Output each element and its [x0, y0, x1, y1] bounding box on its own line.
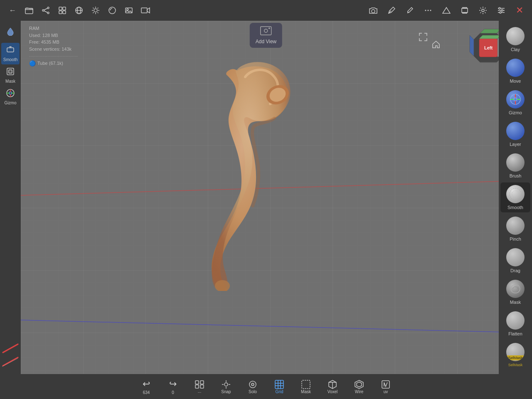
svg-rect-9 — [63, 11, 66, 14]
ram-separator: -------------------------------- — [29, 52, 78, 59]
smooth-tool-right-btn[interactable]: Smooth — [500, 182, 530, 212]
svg-line-5 — [44, 11, 47, 12]
gizmo-tool-btn[interactable]: Gizmo — [1, 86, 20, 108]
mask-tool-right-btn[interactable]: Mask — [500, 277, 530, 307]
clay-ball — [506, 27, 525, 45]
svg-point-82 — [512, 191, 519, 197]
svg-point-3 — [47, 12, 49, 14]
undo-btn[interactable]: ↩ 634 — [137, 379, 155, 395]
drop-tool-btn[interactable] — [1, 24, 20, 41]
svg-point-13 — [94, 9, 97, 12]
uv-btn[interactable]: uv — [377, 379, 395, 394]
image-icon[interactable] — [121, 3, 136, 18]
more-icon[interactable] — [421, 3, 436, 18]
snap-btn[interactable]: Snap — [217, 379, 235, 394]
gizmo-tool-right-btn[interactable]: Gizmo — [500, 88, 530, 118]
menu-icon — [195, 380, 204, 389]
drag-tool-btn[interactable]: Drag — [500, 246, 530, 276]
canvas-area[interactable] — [21, 21, 511, 374]
close-icon[interactable]: ✕ — [512, 3, 527, 18]
redo-count: 0 — [172, 390, 174, 395]
svg-point-30 — [430, 10, 431, 11]
flatten-tool-btn[interactable]: Flatten — [500, 309, 530, 339]
stack-icon[interactable] — [457, 3, 472, 18]
svg-marker-103 — [357, 382, 362, 387]
clay-tool-btn[interactable]: Clay — [500, 25, 530, 54]
voxel-label: Voxel — [328, 389, 337, 394]
mask-left-icon — [6, 67, 15, 78]
svg-point-38 — [499, 7, 500, 9]
drag-label: Drag — [510, 268, 520, 273]
wire-icon — [354, 379, 364, 389]
svg-point-87 — [224, 383, 228, 386]
svg-line-19 — [98, 12, 99, 13]
svg-rect-7 — [63, 7, 66, 10]
triangle-icon[interactable] — [439, 3, 454, 18]
bottom-toolbar: ↩ 634 ↪ 0 ... Snap Solo Grid Mask Voxel … — [0, 374, 532, 399]
svg-rect-99 — [302, 380, 310, 389]
camera-capture-icon[interactable] — [366, 3, 381, 18]
wire-btn[interactable]: Wire — [350, 379, 368, 394]
svg-line-21 — [93, 12, 94, 13]
solo-btn[interactable]: Solo — [244, 379, 262, 394]
svg-rect-65 — [9, 70, 12, 73]
brush-ball — [506, 153, 525, 172]
mask-tool-btn[interactable]: Mask — [1, 64, 20, 86]
solo-label: Solo — [249, 389, 257, 394]
video-icon[interactable] — [138, 3, 153, 18]
svg-line-63 — [10, 47, 12, 47]
menu-btn[interactable]: ... — [190, 380, 209, 394]
svg-rect-31 — [462, 8, 468, 12]
ram-info: RAM Used: 128 MB Free: 4535 MB Scene ver… — [29, 25, 78, 67]
svg-point-28 — [425, 10, 426, 11]
ram-vertices: Scene vertices: 143k — [29, 46, 78, 53]
selmask-tool-btn[interactable]: SelMask SelMask — [500, 340, 530, 369]
sliders-icon[interactable] — [494, 3, 509, 18]
folder-icon[interactable] — [22, 3, 37, 18]
share-icon[interactable] — [38, 3, 53, 18]
smooth-ball — [506, 185, 525, 203]
mask-bottom-btn[interactable]: Mask — [297, 379, 315, 394]
move-tool-btn[interactable]: Move — [500, 56, 530, 86]
back-icon[interactable]: ← — [5, 3, 20, 18]
voxel-btn[interactable]: Voxel — [323, 379, 342, 394]
flatten-label: Flatten — [508, 331, 522, 336]
svg-point-67 — [9, 92, 12, 94]
grid-btn[interactable]: Grid — [270, 379, 288, 394]
object-name: Tube (67.1k) — [37, 60, 63, 67]
layer-tool-btn[interactable]: Layer — [500, 119, 530, 149]
mask-left-label: Mask — [5, 79, 15, 84]
drag-ball — [506, 248, 525, 266]
brush-label: Brush — [510, 173, 522, 178]
drop-icon — [6, 27, 15, 38]
svg-rect-32 — [463, 7, 467, 8]
menu-label: ... — [198, 389, 201, 394]
pinch-tool-btn[interactable]: Pinch — [500, 214, 530, 244]
brush-icon[interactable] — [402, 3, 417, 18]
sun-icon[interactable] — [88, 3, 103, 18]
redo-btn[interactable]: ↪ 0 — [164, 379, 182, 395]
smooth-right-label: Smooth — [507, 205, 523, 210]
add-view-button[interactable]: Add View — [250, 23, 282, 48]
move-ball — [506, 59, 525, 77]
right-sidebar: Clay Move Gizmo Layer Brush Smooth Pinch — [499, 21, 532, 399]
smooth-tool-btn[interactable]: Smooth — [1, 43, 20, 64]
undo-count: 634 — [143, 390, 150, 395]
pen-icon[interactable] — [384, 3, 399, 18]
object-icon: 🔵 — [29, 59, 36, 68]
svg-rect-83 — [195, 381, 199, 384]
settings-icon[interactable] — [475, 3, 490, 18]
globe-icon[interactable] — [71, 3, 86, 18]
material-icon[interactable] — [105, 3, 120, 18]
ram-title: RAM — [29, 25, 78, 32]
brush-tool-btn[interactable]: Brush — [500, 151, 530, 181]
fullscreen-icon[interactable] — [418, 32, 428, 44]
left-sidebar: Smooth Mask Gizmo — [0, 21, 21, 374]
home-icon[interactable] — [431, 40, 441, 51]
svg-line-4 — [44, 8, 47, 10]
svg-rect-94 — [275, 380, 283, 389]
mask-ball — [506, 280, 525, 298]
snap-label: Snap — [221, 389, 231, 394]
scene-icon[interactable] — [55, 3, 70, 18]
svg-point-81 — [510, 188, 521, 200]
